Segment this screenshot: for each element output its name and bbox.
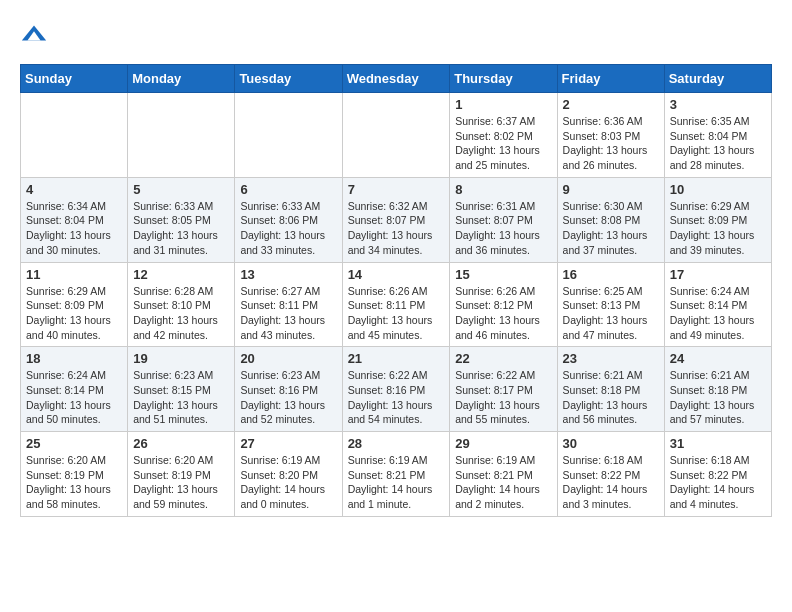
weekday-header-thursday: Thursday bbox=[450, 65, 557, 93]
weekday-header-saturday: Saturday bbox=[664, 65, 771, 93]
day-info: Sunrise: 6:33 AM Sunset: 8:05 PM Dayligh… bbox=[133, 199, 229, 258]
weekday-header-row: SundayMondayTuesdayWednesdayThursdayFrid… bbox=[21, 65, 772, 93]
day-number: 2 bbox=[563, 97, 659, 112]
calendar-week-3: 11Sunrise: 6:29 AM Sunset: 8:09 PM Dayli… bbox=[21, 262, 772, 347]
day-info: Sunrise: 6:18 AM Sunset: 8:22 PM Dayligh… bbox=[670, 453, 766, 512]
calendar-cell: 12Sunrise: 6:28 AM Sunset: 8:10 PM Dayli… bbox=[128, 262, 235, 347]
day-number: 24 bbox=[670, 351, 766, 366]
calendar-cell: 24Sunrise: 6:21 AM Sunset: 8:18 PM Dayli… bbox=[664, 347, 771, 432]
calendar-cell: 2Sunrise: 6:36 AM Sunset: 8:03 PM Daylig… bbox=[557, 93, 664, 178]
calendar-cell: 1Sunrise: 6:37 AM Sunset: 8:02 PM Daylig… bbox=[450, 93, 557, 178]
calendar-cell: 16Sunrise: 6:25 AM Sunset: 8:13 PM Dayli… bbox=[557, 262, 664, 347]
calendar-cell: 5Sunrise: 6:33 AM Sunset: 8:05 PM Daylig… bbox=[128, 177, 235, 262]
day-info: Sunrise: 6:32 AM Sunset: 8:07 PM Dayligh… bbox=[348, 199, 445, 258]
day-number: 17 bbox=[670, 267, 766, 282]
day-number: 1 bbox=[455, 97, 551, 112]
calendar-week-1: 1Sunrise: 6:37 AM Sunset: 8:02 PM Daylig… bbox=[21, 93, 772, 178]
day-number: 30 bbox=[563, 436, 659, 451]
calendar-cell: 22Sunrise: 6:22 AM Sunset: 8:17 PM Dayli… bbox=[450, 347, 557, 432]
calendar-cell: 17Sunrise: 6:24 AM Sunset: 8:14 PM Dayli… bbox=[664, 262, 771, 347]
day-info: Sunrise: 6:19 AM Sunset: 8:20 PM Dayligh… bbox=[240, 453, 336, 512]
day-info: Sunrise: 6:20 AM Sunset: 8:19 PM Dayligh… bbox=[26, 453, 122, 512]
calendar-cell: 10Sunrise: 6:29 AM Sunset: 8:09 PM Dayli… bbox=[664, 177, 771, 262]
day-number: 27 bbox=[240, 436, 336, 451]
day-number: 20 bbox=[240, 351, 336, 366]
calendar-cell: 30Sunrise: 6:18 AM Sunset: 8:22 PM Dayli… bbox=[557, 432, 664, 517]
day-info: Sunrise: 6:29 AM Sunset: 8:09 PM Dayligh… bbox=[26, 284, 122, 343]
day-number: 9 bbox=[563, 182, 659, 197]
calendar-cell: 9Sunrise: 6:30 AM Sunset: 8:08 PM Daylig… bbox=[557, 177, 664, 262]
calendar-cell: 21Sunrise: 6:22 AM Sunset: 8:16 PM Dayli… bbox=[342, 347, 450, 432]
day-number: 3 bbox=[670, 97, 766, 112]
calendar-cell: 14Sunrise: 6:26 AM Sunset: 8:11 PM Dayli… bbox=[342, 262, 450, 347]
weekday-header-monday: Monday bbox=[128, 65, 235, 93]
weekday-header-friday: Friday bbox=[557, 65, 664, 93]
day-number: 21 bbox=[348, 351, 445, 366]
calendar-cell: 11Sunrise: 6:29 AM Sunset: 8:09 PM Dayli… bbox=[21, 262, 128, 347]
day-info: Sunrise: 6:25 AM Sunset: 8:13 PM Dayligh… bbox=[563, 284, 659, 343]
day-number: 31 bbox=[670, 436, 766, 451]
day-info: Sunrise: 6:28 AM Sunset: 8:10 PM Dayligh… bbox=[133, 284, 229, 343]
day-number: 19 bbox=[133, 351, 229, 366]
calendar-cell: 3Sunrise: 6:35 AM Sunset: 8:04 PM Daylig… bbox=[664, 93, 771, 178]
day-number: 11 bbox=[26, 267, 122, 282]
day-info: Sunrise: 6:37 AM Sunset: 8:02 PM Dayligh… bbox=[455, 114, 551, 173]
day-number: 5 bbox=[133, 182, 229, 197]
calendar-cell: 18Sunrise: 6:24 AM Sunset: 8:14 PM Dayli… bbox=[21, 347, 128, 432]
day-info: Sunrise: 6:34 AM Sunset: 8:04 PM Dayligh… bbox=[26, 199, 122, 258]
day-number: 4 bbox=[26, 182, 122, 197]
day-number: 14 bbox=[348, 267, 445, 282]
day-info: Sunrise: 6:22 AM Sunset: 8:17 PM Dayligh… bbox=[455, 368, 551, 427]
day-info: Sunrise: 6:36 AM Sunset: 8:03 PM Dayligh… bbox=[563, 114, 659, 173]
calendar-cell: 25Sunrise: 6:20 AM Sunset: 8:19 PM Dayli… bbox=[21, 432, 128, 517]
day-info: Sunrise: 6:24 AM Sunset: 8:14 PM Dayligh… bbox=[26, 368, 122, 427]
calendar-week-4: 18Sunrise: 6:24 AM Sunset: 8:14 PM Dayli… bbox=[21, 347, 772, 432]
weekday-header-sunday: Sunday bbox=[21, 65, 128, 93]
calendar-cell: 29Sunrise: 6:19 AM Sunset: 8:21 PM Dayli… bbox=[450, 432, 557, 517]
day-number: 10 bbox=[670, 182, 766, 197]
day-info: Sunrise: 6:30 AM Sunset: 8:08 PM Dayligh… bbox=[563, 199, 659, 258]
calendar-cell: 28Sunrise: 6:19 AM Sunset: 8:21 PM Dayli… bbox=[342, 432, 450, 517]
calendar-cell: 6Sunrise: 6:33 AM Sunset: 8:06 PM Daylig… bbox=[235, 177, 342, 262]
weekday-header-wednesday: Wednesday bbox=[342, 65, 450, 93]
day-info: Sunrise: 6:26 AM Sunset: 8:12 PM Dayligh… bbox=[455, 284, 551, 343]
day-number: 18 bbox=[26, 351, 122, 366]
day-number: 22 bbox=[455, 351, 551, 366]
day-number: 7 bbox=[348, 182, 445, 197]
calendar-cell: 27Sunrise: 6:19 AM Sunset: 8:20 PM Dayli… bbox=[235, 432, 342, 517]
logo bbox=[20, 20, 52, 48]
day-info: Sunrise: 6:26 AM Sunset: 8:11 PM Dayligh… bbox=[348, 284, 445, 343]
day-info: Sunrise: 6:18 AM Sunset: 8:22 PM Dayligh… bbox=[563, 453, 659, 512]
page-header bbox=[20, 20, 772, 48]
day-info: Sunrise: 6:21 AM Sunset: 8:18 PM Dayligh… bbox=[670, 368, 766, 427]
day-number: 16 bbox=[563, 267, 659, 282]
day-number: 12 bbox=[133, 267, 229, 282]
day-info: Sunrise: 6:20 AM Sunset: 8:19 PM Dayligh… bbox=[133, 453, 229, 512]
calendar-cell bbox=[235, 93, 342, 178]
day-info: Sunrise: 6:23 AM Sunset: 8:15 PM Dayligh… bbox=[133, 368, 229, 427]
calendar-week-2: 4Sunrise: 6:34 AM Sunset: 8:04 PM Daylig… bbox=[21, 177, 772, 262]
day-info: Sunrise: 6:31 AM Sunset: 8:07 PM Dayligh… bbox=[455, 199, 551, 258]
calendar-cell: 4Sunrise: 6:34 AM Sunset: 8:04 PM Daylig… bbox=[21, 177, 128, 262]
day-info: Sunrise: 6:19 AM Sunset: 8:21 PM Dayligh… bbox=[348, 453, 445, 512]
day-number: 26 bbox=[133, 436, 229, 451]
calendar-cell: 19Sunrise: 6:23 AM Sunset: 8:15 PM Dayli… bbox=[128, 347, 235, 432]
day-info: Sunrise: 6:21 AM Sunset: 8:18 PM Dayligh… bbox=[563, 368, 659, 427]
day-info: Sunrise: 6:22 AM Sunset: 8:16 PM Dayligh… bbox=[348, 368, 445, 427]
day-number: 29 bbox=[455, 436, 551, 451]
day-info: Sunrise: 6:23 AM Sunset: 8:16 PM Dayligh… bbox=[240, 368, 336, 427]
calendar-cell bbox=[128, 93, 235, 178]
calendar-cell: 15Sunrise: 6:26 AM Sunset: 8:12 PM Dayli… bbox=[450, 262, 557, 347]
day-number: 25 bbox=[26, 436, 122, 451]
calendar-table: SundayMondayTuesdayWednesdayThursdayFrid… bbox=[20, 64, 772, 517]
day-number: 15 bbox=[455, 267, 551, 282]
weekday-header-tuesday: Tuesday bbox=[235, 65, 342, 93]
day-info: Sunrise: 6:29 AM Sunset: 8:09 PM Dayligh… bbox=[670, 199, 766, 258]
day-number: 6 bbox=[240, 182, 336, 197]
calendar-cell: 7Sunrise: 6:32 AM Sunset: 8:07 PM Daylig… bbox=[342, 177, 450, 262]
day-info: Sunrise: 6:27 AM Sunset: 8:11 PM Dayligh… bbox=[240, 284, 336, 343]
logo-icon bbox=[20, 20, 48, 48]
calendar-cell: 23Sunrise: 6:21 AM Sunset: 8:18 PM Dayli… bbox=[557, 347, 664, 432]
day-number: 23 bbox=[563, 351, 659, 366]
day-info: Sunrise: 6:33 AM Sunset: 8:06 PM Dayligh… bbox=[240, 199, 336, 258]
